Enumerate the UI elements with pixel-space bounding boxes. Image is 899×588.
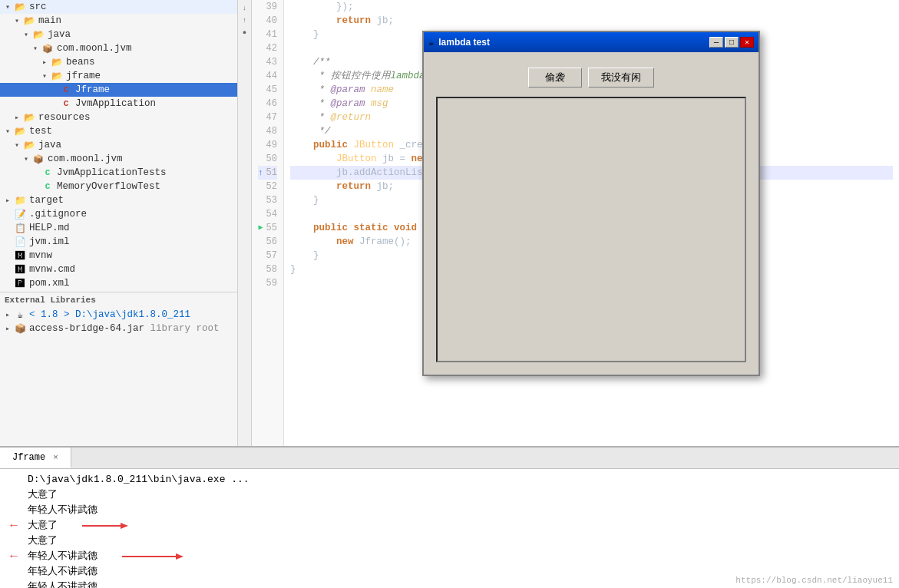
line-num-58: 58 xyxy=(258,263,277,276)
line-num-49: 49 xyxy=(258,138,277,152)
main-label: main xyxy=(38,15,61,26)
sidebar-item-jframe[interactable]: jframe xyxy=(0,69,237,83)
src-label: src xyxy=(29,2,47,12)
console-text-6: 年轻人不讲武德 xyxy=(28,549,98,564)
sidebar-item-beans[interactable]: beans xyxy=(0,55,237,69)
arrow-src xyxy=(3,2,12,12)
resources-label: resources xyxy=(38,112,91,123)
popup-button-toupao[interactable]: 偷袭 xyxy=(528,68,582,88)
popup-main-area xyxy=(436,97,746,362)
sidebar-item-test[interactable]: test xyxy=(0,124,237,138)
sidebar-item-HELP[interactable]: 📋 HELP.md xyxy=(0,221,237,235)
jdk-label: < 1.8 > D:\java\jdk1.8.0_211 xyxy=(29,309,190,320)
sidebar-item-java-main[interactable]: java xyxy=(0,28,237,41)
sidebar-item-mvnwcmd[interactable]: 🅼 mvnw.cmd xyxy=(0,263,237,276)
target-label: target xyxy=(29,195,64,206)
popup-window: ☕ lambda test — □ ✕ 偷袭 我没有闲 xyxy=(422,31,760,376)
console-content: D:\java\jdk1.8.0_211\bin\java.exe ... 大意… xyxy=(0,469,899,588)
bottom-tabs: Jframe × xyxy=(0,448,899,469)
arrow-java-test xyxy=(12,140,21,150)
sidebar-item-MemoryOverflowTest[interactable]: C MemoryOverflowTest xyxy=(0,180,237,193)
beans-label: beans xyxy=(66,57,95,68)
arrow-com-moonl-test xyxy=(21,154,31,164)
console-text-4: 大意了 xyxy=(28,518,58,533)
bottom-tab-jframe[interactable]: Jframe × xyxy=(0,448,71,468)
sidebar-item-com-moonl-test[interactable]: com.moonl.jvm xyxy=(0,152,237,166)
popup-minimize-button[interactable]: — xyxy=(709,37,723,48)
main-area: src main java com.moonl.jvm beans jframe xyxy=(0,0,899,446)
sidebar-item-access-bridge[interactable]: 📦 access-bridge-64.jar library root xyxy=(0,322,237,335)
sidebar-bar-icon-2[interactable]: ↑ xyxy=(240,15,250,26)
mvnw-icon: 🅼 xyxy=(14,249,26,262)
popup-titlebar: ☕ lambda test — □ ✕ xyxy=(424,32,759,52)
line-num-46: 46 xyxy=(258,97,277,111)
arrow-jdk xyxy=(3,310,12,319)
console-line-3: 年轻人不讲武德 xyxy=(6,503,893,518)
line-num-43: 43 xyxy=(258,55,277,69)
line-num-40: 40 xyxy=(258,14,277,28)
sidebar-item-com-moonl-jvm[interactable]: com.moonl.jvm xyxy=(0,41,237,55)
code-line-40: return jb; xyxy=(290,14,893,28)
sidebar-item-resources[interactable]: resources xyxy=(0,111,237,124)
sidebar-item-jvmiml[interactable]: 📄 jvm.iml xyxy=(0,235,237,249)
arrow-target xyxy=(3,196,12,205)
popup-content: 偷袭 我没有闲 xyxy=(424,52,759,375)
JvmApp-label: JvmApplication xyxy=(75,98,156,109)
console-text-7: 年轻人不讲武德 xyxy=(28,564,98,580)
java-main-label: java xyxy=(48,29,71,40)
console-arrow-6: ← xyxy=(10,549,18,564)
console-text-8: 年轻人不讲武德 xyxy=(28,580,98,588)
popup-close-button[interactable]: ✕ xyxy=(740,37,754,48)
sidebar-item-JvmApplicationTests[interactable]: C JvmApplicationTests xyxy=(0,166,237,180)
sidebar-bar-icon-3[interactable]: ● xyxy=(240,28,250,38)
line-num-47: 47 xyxy=(258,111,277,124)
access-bridge-label: access-bridge-64.jar library root xyxy=(29,323,220,334)
bottom-tab-close[interactable]: × xyxy=(53,453,58,462)
sidebar-item-mvnw[interactable]: 🅼 mvnw xyxy=(0,249,237,263)
bottom-panel: Jframe × D:\java\jdk1.8.0_211\bin\java.e… xyxy=(0,446,899,588)
line-num-45: 45 xyxy=(258,83,277,97)
popup-button-notime[interactable]: 我没有闲 xyxy=(588,68,654,88)
line-num-44: 44 xyxy=(258,69,277,83)
popup-title: lambda test xyxy=(438,37,705,48)
pomxml-label: pom.xml xyxy=(29,278,70,289)
console-line-6: ← 年轻人不讲武德 xyxy=(6,549,893,564)
popup-app-icon: ☕ xyxy=(428,37,434,48)
popup-controls: — □ ✕ xyxy=(709,37,754,48)
sidebar-item-main[interactable]: main xyxy=(0,14,237,28)
line-numbers: 39 40 41 42 43 44 45 46 47 48 49 50 ↑51 … xyxy=(252,0,284,446)
beans-folder-icon xyxy=(51,56,63,68)
console-line-1: D:\java\jdk1.8.0_211\bin\java.exe ... xyxy=(6,472,893,487)
sidebar-item-gitignore[interactable]: 📝 .gitignore xyxy=(0,207,237,221)
console-line-5: 大意了 xyxy=(6,533,893,549)
MemOverflow-label: MemoryOverflowTest xyxy=(57,181,160,192)
gitignore-label: .gitignore xyxy=(29,209,87,220)
sidebar-item-Jframe[interactable]: Jframe xyxy=(0,83,237,97)
svg-marker-3 xyxy=(176,553,183,560)
arrow-beans xyxy=(40,58,49,67)
sidebar-item-java-test[interactable]: java xyxy=(0,138,237,152)
arrow-test xyxy=(3,127,12,136)
line-num-59: 59 xyxy=(258,276,277,290)
sidebar-item-jdk[interactable]: ☕ < 1.8 > D:\java\jdk1.8.0_211 xyxy=(0,308,237,322)
sidebar-bar-icon-1[interactable]: ↓ xyxy=(240,3,250,14)
line-num-39: 39 xyxy=(258,0,277,14)
bottom-tab-label: Jframe xyxy=(12,452,45,463)
java-test-folder-icon xyxy=(23,139,35,151)
console-line-4: ← 大意了 xyxy=(6,518,893,533)
mvnwcmd-label: mvnw.cmd xyxy=(29,264,75,275)
console-text-2: 大意了 xyxy=(28,487,58,503)
JvmAppTests-icon: C xyxy=(41,167,54,179)
jdk-icon: ☕ xyxy=(14,309,26,321)
target-folder-icon xyxy=(14,194,26,206)
sidebar-item-src[interactable]: src xyxy=(0,0,237,14)
sidebar-item-JvmApplication[interactable]: JvmApplication xyxy=(0,97,237,111)
Jframe-java-icon xyxy=(60,84,72,96)
console-text-5: 大意了 xyxy=(28,533,58,549)
sidebar-item-pomxml[interactable]: 🅿 pom.xml xyxy=(0,276,237,290)
jvmiml-icon: 📄 xyxy=(14,236,26,248)
popup-maximize-button[interactable]: □ xyxy=(725,37,739,48)
console-text-1: D:\java\jdk1.8.0_211\bin\java.exe ... xyxy=(28,472,250,487)
jframe-folder-icon xyxy=(51,70,63,82)
sidebar-item-target[interactable]: target xyxy=(0,193,237,207)
